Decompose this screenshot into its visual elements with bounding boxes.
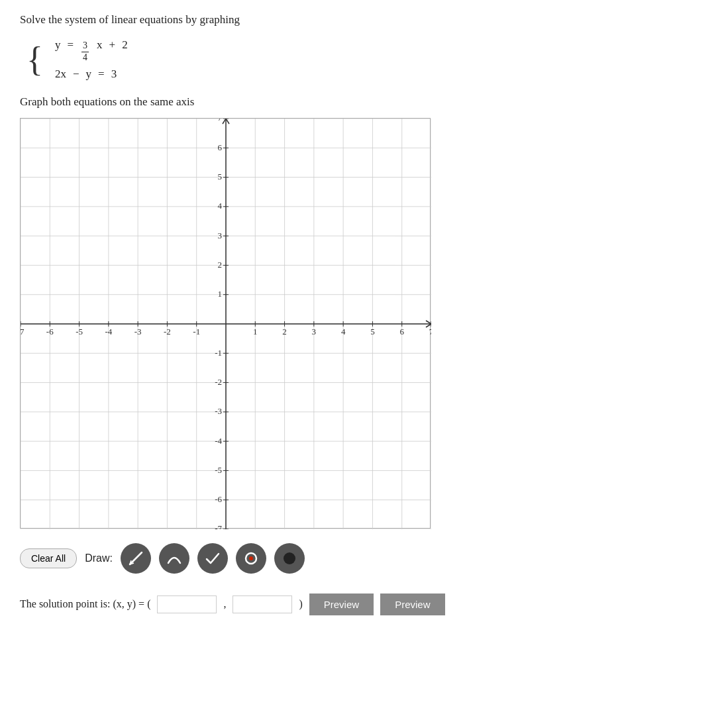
arc-tool-icon: [166, 550, 183, 567]
check-tool-icon: [204, 550, 221, 567]
toolbar: Clear All Draw:: [20, 543, 708, 574]
arc-tool-button[interactable]: [159, 543, 189, 574]
graph-label: Graph both equations on the same axis: [20, 95, 708, 109]
open-circle-tool-button[interactable]: [236, 543, 266, 574]
open-circle-tool-icon: [242, 550, 260, 567]
eq1-left: y: [55, 38, 61, 52]
problem-title: Solve the system of linear equations by …: [20, 13, 708, 26]
eq1-const: 2: [122, 38, 128, 52]
solution-comma: ,: [223, 598, 226, 610]
graph-container[interactable]: [20, 118, 431, 529]
solution-row: The solution point is: (x, y) = ( , ) Pr…: [20, 594, 708, 615]
filled-circle-tool-icon: [281, 550, 298, 567]
eq2-op1: −: [73, 68, 79, 81]
svg-line-0: [130, 552, 142, 564]
clear-all-button[interactable]: Clear All: [20, 548, 77, 568]
preview-button-2[interactable]: Preview: [380, 594, 444, 615]
equation-2: 2x − y = 3: [55, 68, 128, 81]
line-tool-button[interactable]: [121, 543, 151, 574]
eq1-op: =: [67, 38, 74, 52]
eq1-frac-num: 3: [81, 40, 89, 52]
equations-block: y = 3 4 x + 2 2x − y = 3: [55, 38, 128, 81]
solution-y-input[interactable]: [233, 595, 292, 613]
solution-x-input[interactable]: [157, 595, 217, 613]
eq2-left2: y: [86, 68, 92, 81]
svg-point-4: [249, 556, 253, 560]
eq1-plus: +: [109, 38, 116, 52]
equation-system: { y = 3 4 x + 2 2x − y = 3: [26, 38, 708, 81]
eq1-frac-den: 4: [81, 52, 89, 64]
check-tool-button[interactable]: [197, 543, 228, 574]
line-tool-icon: [127, 550, 144, 567]
eq1-var: x: [97, 38, 103, 52]
solution-text-after: ): [299, 598, 302, 610]
svg-point-5: [284, 552, 295, 564]
equation-1: y = 3 4 x + 2: [55, 38, 128, 64]
eq1-fraction: 3 4: [81, 40, 89, 64]
draw-label: Draw:: [85, 552, 113, 564]
eq2-op2: =: [98, 68, 105, 81]
eq2-right: 3: [111, 68, 117, 81]
eq2-left1: 2x: [55, 68, 66, 81]
preview-button-1[interactable]: Preview: [309, 594, 374, 615]
solution-text-before: The solution point is: (x, y) = (: [20, 598, 150, 610]
brace-symbol: {: [26, 42, 43, 77]
filled-circle-tool-button[interactable]: [274, 543, 305, 574]
